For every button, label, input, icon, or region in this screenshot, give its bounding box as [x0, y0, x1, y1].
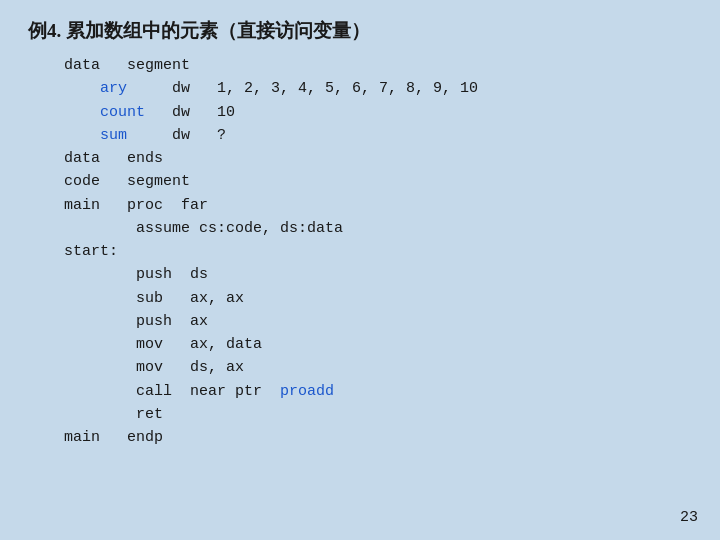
- code-line-7: main proc far: [28, 194, 692, 217]
- code-line-12: push ax: [28, 310, 692, 333]
- code-line-16: ret: [28, 403, 692, 426]
- keyword-count: count: [100, 104, 145, 121]
- page-title: 例4. 累加数组中的元素（直接访问变量）: [28, 18, 692, 44]
- code-line-2: ary dw 1, 2, 3, 4, 5, 6, 7, 8, 9, 10: [28, 77, 692, 100]
- code-line-10: push ds: [28, 263, 692, 286]
- keyword-ary: ary: [100, 80, 127, 97]
- code-line-17: main endp: [28, 426, 692, 449]
- code-line-11: sub ax, ax: [28, 287, 692, 310]
- code-line-4: sum dw ?: [28, 124, 692, 147]
- page-number: 23: [680, 509, 698, 526]
- code-block: data segment ary dw 1, 2, 3, 4, 5, 6, 7,…: [28, 54, 692, 449]
- keyword-sum: sum: [100, 127, 127, 144]
- code-line-8: assume cs:code, ds:data: [28, 217, 692, 240]
- page-container: 例4. 累加数组中的元素（直接访问变量） data segment ary dw…: [0, 0, 720, 540]
- code-line-1: data segment: [28, 54, 692, 77]
- code-line-6: code segment: [28, 170, 692, 193]
- code-line-3: count dw 10: [28, 101, 692, 124]
- code-line-5: data ends: [28, 147, 692, 170]
- title-text: 例4. 累加数组中的元素（直接访问变量）: [28, 20, 370, 41]
- code-line-13: mov ax, data: [28, 333, 692, 356]
- keyword-proadd: proadd: [280, 383, 334, 400]
- code-line-14: mov ds, ax: [28, 356, 692, 379]
- code-line-15: call near ptr proadd: [28, 380, 692, 403]
- code-line-9: start:: [28, 240, 692, 263]
